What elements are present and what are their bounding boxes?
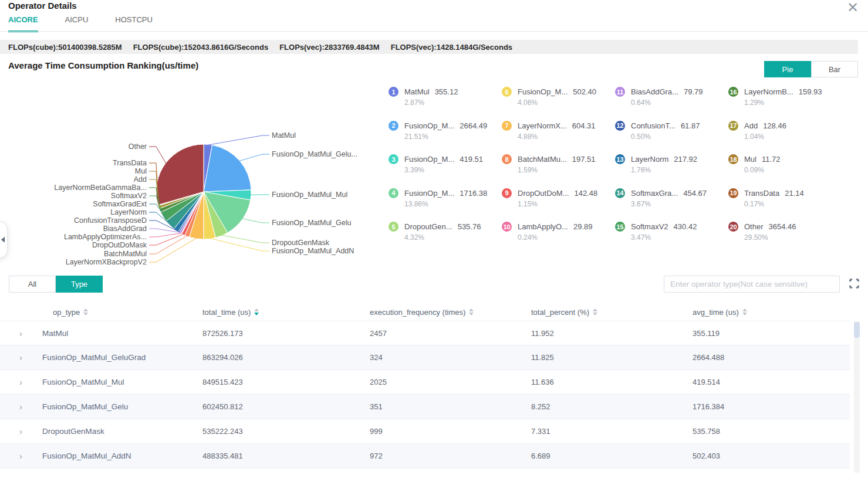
cell-avg-time: 2664.488 [693,353,850,362]
cell-total-percent: 6.689 [531,452,693,460]
cell-execution-frequency: 351 [370,402,531,411]
table-row[interactable]: ›FusionOp_MatMul_Mul849515.423202511.636… [0,370,850,395]
tab-hostcpu[interactable]: HOSTCPU [115,15,153,32]
row-expand-chevron-icon[interactable]: › [0,377,35,387]
legend-rank-badge: 3 [389,154,398,164]
legend-rank-badge: 18 [728,154,738,164]
row-expand-chevron-icon[interactable]: › [0,426,35,436]
pie-slice[interactable] [204,145,251,192]
close-icon[interactable]: ✕ [845,0,861,16]
cell-avg-time: 355.119 [693,329,850,338]
cell-total-time: 872526.173 [202,329,370,338]
collapse-left-arrow-icon [1,237,5,243]
expand-fullscreen-icon[interactable] [849,279,859,288]
cell-op-type: FusionOp_MatMul_AddN [35,452,202,460]
column-header-total_time[interactable]: total_time (us) [202,308,370,317]
legend-percent: 1.04% [744,133,786,141]
legend-item[interactable]: 10LambApplyO...29.890.24% [502,221,615,241]
legend-label: FusionOp_M...2664.49 [404,121,487,130]
table-header-row: op_typetotal_time (us)execution_frequenc… [0,303,850,321]
legend-item[interactable]: 13LayerNorm217.921.76% [615,154,728,174]
legend-item[interactable]: 6FusionOp_M...502.404.06% [502,86,615,106]
legend-value: 454.67 [683,189,707,198]
legend-item[interactable]: 14SoftmaxGra...454.673.67% [615,188,728,208]
legend-item[interactable]: 20Other3654.4629.50% [728,221,842,241]
legend-item[interactable]: 12ConfusionT...61.870.50% [615,120,728,140]
legend-percent: 1.29% [744,99,822,107]
column-header-total_percent[interactable]: total_percent (%) [531,308,693,317]
legend-rank-badge: 16 [728,87,738,97]
legend-item[interactable]: 8BatchMatMu...197.511.59% [502,154,615,174]
column-header-execution_frequency[interactable]: execution_frequency (times) [370,308,531,317]
legend-label: Other3654.46 [744,222,796,231]
row-expand-chevron-icon[interactable]: › [0,352,35,362]
sort-caret-icon[interactable] [742,308,747,315]
legend-item[interactable]: 18Mul11.720.09% [728,154,842,174]
legend-label: FusionOp_M...1716.38 [404,189,487,198]
pie-callout-line [149,147,166,164]
tab-aicore[interactable]: AICORE [8,15,38,32]
legend-item[interactable]: 5DropoutGen...535.764.32% [389,221,502,241]
table-row[interactable]: ›FusionOp_MatMul_Gelu602450.8123518.2521… [0,395,850,419]
legend-percent: 0.17% [744,200,804,208]
table-scrollbar[interactable] [854,321,860,473]
tab-aicpu[interactable]: AICPU [65,15,89,32]
scope-type-button[interactable]: Type [56,276,103,293]
column-header-avg_time[interactable]: avg_time (us) [693,308,850,317]
scope-all-button[interactable]: All [9,276,56,293]
legend-percent: 1.59% [518,166,596,174]
operator-type-table: op_typetotal_time (us)execution_frequenc… [0,303,850,469]
pie-view-button[interactable]: Pie [764,61,811,77]
table-row[interactable]: ›DropoutGenMask535222.2439997.331535.758 [0,419,850,444]
column-header-op_type[interactable]: op_type [35,308,202,317]
legend-item[interactable]: 1MatMul355.122.87% [389,86,502,106]
legend-label: DropOutDoM...142.48 [518,189,597,198]
legend-item[interactable]: 7LayerNormX...604.314.88% [502,120,615,140]
operator-search-input[interactable] [664,276,840,293]
legend-rank-badge: 7 [502,121,512,131]
legend-item[interactable]: 4FusionOp_M...1716.3813.86% [389,188,502,208]
legend-item[interactable]: 11BiasAddGra...79.790.64% [615,86,728,106]
legend-item[interactable]: 17Add128.461.04% [728,120,842,140]
cell-execution-frequency: 2025 [370,378,531,386]
pie-callout-line [242,219,269,223]
table-row[interactable]: ›FusionOp_MatMul_AddN488335.4819726.6895… [0,444,850,469]
pie-callout-line [210,238,269,251]
pie-callout-line [149,233,182,237]
row-expand-chevron-icon[interactable]: › [0,328,35,338]
legend-percent: 2.87% [404,99,458,107]
table-row[interactable]: ›FusionOp_MatMul_GeluGrad863294.02632411… [0,345,850,370]
legend-label: LayerNormB...159.93 [744,87,822,96]
core-tabs: AICORE AICPU HOSTCPU [8,15,153,32]
cell-execution-frequency: 324 [370,353,531,362]
sort-caret-icon[interactable] [83,308,88,315]
panel-collapse-handle[interactable] [0,222,8,258]
legend-rank-badge: 4 [389,188,398,198]
flops-cube-per-sec: FLOPS(cube):152043.8616G/Seconds [133,43,268,52]
sort-caret-icon[interactable] [469,308,474,315]
row-expand-chevron-icon[interactable]: › [0,451,35,461]
cell-execution-frequency: 972 [370,452,531,460]
pie-callout-line [239,154,269,161]
legend-rank-badge: 14 [615,188,625,198]
legend-item[interactable]: 15SoftmaxV2430.423.47% [615,221,728,241]
sort-caret-icon[interactable] [593,308,597,315]
legend-label: FusionOp_M...419.51 [404,155,483,164]
legend-value: 502.40 [573,87,596,96]
legend-item[interactable]: 3FusionOp_M...419.513.39% [389,154,502,174]
bar-view-button[interactable]: Bar [811,61,858,77]
legend-item[interactable]: 19TransData21.140.17% [728,188,842,208]
legend-percent: 1.76% [631,166,697,174]
table-row[interactable]: ›MatMul872526.173245711.952355.119 [0,321,850,345]
legend-rank-badge: 17 [728,121,738,131]
legend-rank-badge: 1 [389,87,398,97]
sort-caret-icon[interactable] [254,308,259,315]
legend-rank-badge: 8 [502,154,512,164]
legend-item[interactable]: 2FusionOp_M...2664.4921.51% [389,120,502,140]
ranking-legend: 1MatMul355.122.87%6FusionOp_M...502.404.… [389,86,842,241]
row-expand-chevron-icon[interactable]: › [0,402,35,412]
table-toolbar: All Type [9,276,859,293]
legend-item[interactable]: 9DropOutDoM...142.481.15% [502,188,615,208]
legend-item[interactable]: 16LayerNormB...159.931.29% [728,86,842,106]
table-scrollbar-thumb[interactable] [854,322,860,338]
